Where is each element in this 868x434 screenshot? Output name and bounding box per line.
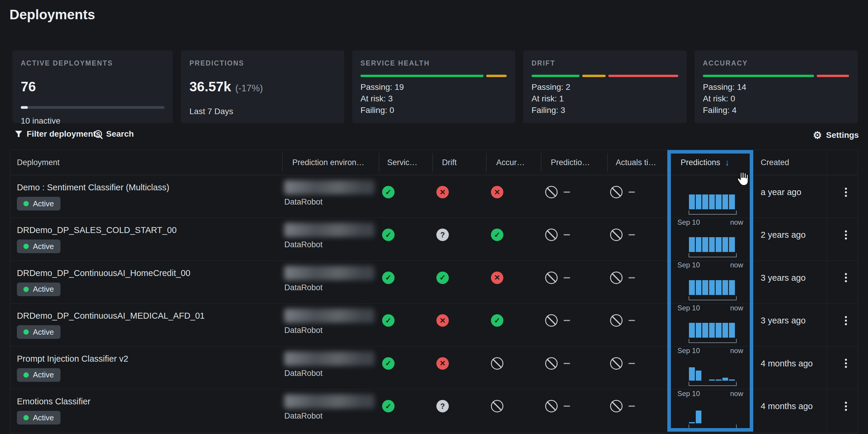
histogram-bar bbox=[709, 237, 715, 252]
histogram-axis-bracket bbox=[689, 253, 737, 257]
predictions-histogram bbox=[689, 366, 736, 381]
status-badge-label: Active bbox=[33, 242, 54, 251]
created-cell: 3 years ago bbox=[761, 273, 806, 283]
table-row[interactable]: DRDemo_DP_ContinuousAI_MEDICAL_AFD_01 Ac… bbox=[10, 303, 858, 346]
service-health-stats: Passing: 19 At risk: 3 Failing: 0 bbox=[361, 81, 404, 116]
deployment-name[interactable]: DRDemo_DP_ContinuousAI_MEDICAL_AFD_01 bbox=[17, 311, 205, 321]
predictions-timeliness-status bbox=[545, 357, 570, 370]
row-menu-button[interactable] bbox=[839, 228, 852, 241]
column-header-deployment[interactable]: Deployment bbox=[17, 150, 60, 175]
deployment-name[interactable]: DRDemo_DP_SALES_COLD_START_00 bbox=[17, 225, 177, 235]
card-label: DRIFT bbox=[531, 59, 678, 67]
column-header-predictions-sorted[interactable]: Predictions ↓ bbox=[681, 150, 730, 175]
histogram-axis-bracket bbox=[689, 296, 737, 300]
histogram-bar bbox=[729, 237, 735, 252]
histogram-axis-bracket bbox=[689, 339, 737, 343]
predictions-timeliness-status bbox=[545, 228, 570, 241]
histogram-bar bbox=[722, 378, 728, 381]
column-header-drift[interactable]: Drift bbox=[442, 150, 457, 175]
no-data-icon bbox=[610, 357, 623, 370]
failing-segment bbox=[817, 75, 849, 77]
filter-deployments-button[interactable]: Filter deployments bbox=[15, 129, 100, 139]
histogram-bar bbox=[729, 323, 735, 338]
filter-deployments-label: Filter deployments bbox=[27, 129, 100, 139]
table-row[interactable]: DRDemo_DP_SALES_COLD_START_00 Active Dat… bbox=[10, 218, 858, 260]
check-circle-icon: ✓ bbox=[491, 228, 503, 241]
histogram-bar bbox=[716, 280, 721, 295]
environment-name-redacted bbox=[284, 394, 374, 408]
active-dot-icon bbox=[24, 372, 29, 378]
environment-name-redacted bbox=[284, 266, 374, 280]
search-button[interactable]: Search bbox=[94, 129, 134, 139]
table-row[interactable]: DRDemo_DP_ContinuousAI_HomeCredit_00 Act… bbox=[10, 260, 858, 304]
column-header-actuals-timeliness[interactable]: Actuals ti… bbox=[616, 150, 656, 175]
drift-status: ✕ bbox=[436, 357, 449, 370]
header-divider bbox=[608, 153, 608, 172]
environment-name-redacted bbox=[284, 180, 374, 194]
actuals-timeliness-status bbox=[610, 357, 635, 370]
settings-button[interactable]: ⚙ Settings bbox=[813, 129, 859, 141]
predictions-delta: (-17%) bbox=[236, 83, 263, 93]
predictions-histogram bbox=[689, 323, 736, 338]
no-data-icon bbox=[545, 400, 558, 412]
environment-platform: DataRobot bbox=[284, 369, 322, 378]
created-cell: 2 years ago bbox=[761, 230, 806, 240]
dash-icon bbox=[563, 406, 570, 407]
card-label: PREDICTIONS bbox=[189, 59, 336, 67]
column-header-prediction-environment[interactable]: Prediction environ… bbox=[292, 150, 364, 175]
active-dot-icon bbox=[24, 201, 29, 206]
histogram-bar bbox=[729, 379, 735, 381]
active-deployments-value: 76 bbox=[21, 79, 164, 95]
deployment-name[interactable]: DRDemo_DP_ContinuousAI_HomeCredit_00 bbox=[17, 268, 190, 278]
deployment-name[interactable]: Demo : Sentiment Classifier (Multiclass) bbox=[17, 183, 169, 192]
service-health-status: ✓ bbox=[382, 186, 395, 198]
histogram-bar bbox=[696, 410, 702, 423]
table-row[interactable]: Prompt Injection Classifier v2 Active Da… bbox=[10, 346, 858, 389]
row-menu-button[interactable] bbox=[839, 186, 852, 198]
accuracy-status bbox=[491, 357, 503, 370]
actuals-timeliness-status bbox=[610, 400, 635, 412]
active-dot-icon bbox=[24, 244, 29, 249]
check-circle-icon: ✓ bbox=[491, 314, 503, 327]
no-data-icon bbox=[545, 357, 558, 370]
actuals-timeliness-status bbox=[610, 228, 635, 241]
deployment-name[interactable]: Emotions Classifier bbox=[17, 397, 90, 406]
table-row[interactable]: Emotions Classifier Active DataRobot ✓ ?… bbox=[10, 389, 858, 432]
service-health-status: ✓ bbox=[382, 314, 395, 327]
passing-count: Passing: 19 bbox=[361, 81, 404, 93]
dash-icon bbox=[563, 363, 570, 364]
predictions-histogram bbox=[689, 408, 736, 423]
partial-next-row bbox=[10, 432, 858, 434]
table-row[interactable]: Demo : Sentiment Classifier (Multiclass)… bbox=[10, 175, 858, 218]
accuracy-status: ✓ bbox=[491, 314, 503, 327]
column-header-accuracy[interactable]: Accur… bbox=[496, 150, 525, 175]
no-data-icon bbox=[545, 314, 558, 327]
service-health-status: ✓ bbox=[382, 357, 395, 370]
header-divider bbox=[379, 153, 379, 172]
drift-status: ✕ bbox=[436, 186, 449, 198]
predictions-timeliness-status bbox=[545, 400, 570, 412]
active-dot-icon bbox=[24, 329, 29, 335]
drift-segment-bar bbox=[531, 75, 678, 77]
status-badge: Active bbox=[17, 411, 60, 425]
passing-segment bbox=[361, 75, 484, 77]
row-menu-button[interactable] bbox=[839, 400, 852, 413]
deployment-name[interactable]: Prompt Injection Classifier v2 bbox=[17, 354, 128, 364]
dash-icon bbox=[563, 191, 570, 193]
no-data-icon bbox=[491, 400, 503, 412]
card-label: ACTIVE DEPLOYMENTS bbox=[21, 59, 164, 67]
column-header-predictions-timeliness[interactable]: Predictio… bbox=[551, 150, 590, 175]
predictions-period: Last 7 Days bbox=[189, 107, 233, 116]
status-badge-label: Active bbox=[33, 413, 54, 423]
column-header-created[interactable]: Created bbox=[761, 150, 789, 175]
dash-icon bbox=[628, 234, 635, 236]
status-badge-label: Active bbox=[33, 370, 54, 379]
row-menu-button[interactable] bbox=[839, 314, 852, 327]
column-header-service-health[interactable]: Servic… bbox=[387, 150, 417, 175]
actuals-timeliness-status bbox=[610, 272, 635, 284]
row-menu-button[interactable] bbox=[839, 271, 852, 284]
status-badge-label: Active bbox=[33, 199, 54, 208]
histogram-bar bbox=[696, 280, 702, 295]
row-menu-button[interactable] bbox=[839, 357, 852, 370]
predictions-histogram bbox=[689, 237, 736, 252]
